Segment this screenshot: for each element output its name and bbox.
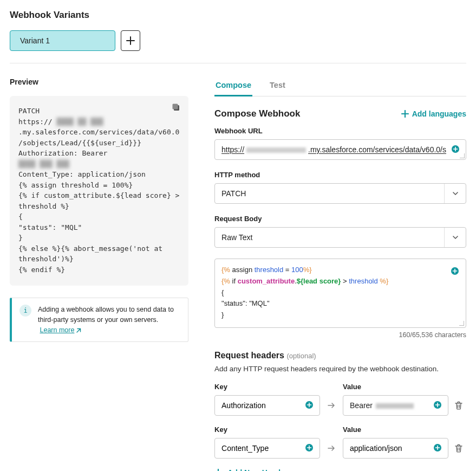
- preview-code: PATCH https:// ████ ██ ███ .my.salesforc…: [18, 106, 180, 275]
- plus-icon: [401, 110, 409, 118]
- info-text: Adding a webhook allows you to send data…: [38, 306, 174, 324]
- variant-tab[interactable]: Variant 1: [10, 30, 115, 51]
- request-body-editor[interactable]: {% assign threshold = 100%} {% if custom…: [214, 259, 466, 328]
- chevron-down-icon: [444, 228, 466, 247]
- preview-box: PATCH https:// ████ ██ ███ .my.salesforc…: [10, 96, 188, 286]
- plus-icon: [214, 469, 222, 471]
- resize-handle-icon[interactable]: [459, 320, 464, 326]
- plus-circle-icon[interactable]: [305, 401, 315, 410]
- headers-optional: (optional): [286, 352, 316, 360]
- variants-row: Variant 1: [10, 30, 466, 51]
- divider: [10, 63, 466, 63]
- webhook-url-input[interactable]: https://.my.salesforce.com/services/data…: [214, 139, 466, 160]
- copy-icon[interactable]: [171, 102, 181, 112]
- plus-circle-icon[interactable]: [451, 267, 460, 276]
- value-label: Value: [343, 425, 448, 434]
- header-value-input[interactable]: Bearer: [343, 395, 448, 416]
- tab-bar: Compose Test: [214, 78, 466, 96]
- url-label: Webhook URL: [214, 127, 466, 135]
- resize-handle-icon[interactable]: [459, 153, 465, 158]
- info-icon: i: [19, 305, 31, 317]
- key-label: Key: [214, 425, 320, 434]
- page-title: Webhook Variants: [10, 10, 466, 21]
- arrow-right-icon: [325, 401, 337, 416]
- trash-icon: [454, 443, 464, 453]
- plus-circle-icon[interactable]: [305, 443, 315, 453]
- tab-test[interactable]: Test: [269, 78, 286, 96]
- svg-rect-1: [173, 104, 178, 109]
- body-type-select[interactable]: Raw Text: [214, 227, 466, 248]
- delete-header-button[interactable]: [454, 401, 464, 416]
- value-label: Value: [343, 383, 448, 391]
- http-method-select[interactable]: PATCH: [214, 183, 466, 204]
- header-key-input[interactable]: [214, 395, 320, 416]
- tab-compose[interactable]: Compose: [214, 78, 252, 96]
- plus-circle-icon[interactable]: [433, 401, 443, 410]
- add-header-button[interactable]: Add New Header: [214, 468, 466, 471]
- info-card: i Adding a webhook allows you to send da…: [10, 298, 188, 342]
- compose-heading: Compose Webhook: [214, 108, 300, 119]
- delete-header-button[interactable]: [454, 443, 464, 459]
- header-value-input[interactable]: [343, 438, 448, 459]
- header-key-input[interactable]: [214, 438, 320, 459]
- trash-icon: [454, 401, 464, 410]
- plus-icon: [126, 36, 135, 45]
- plus-circle-icon[interactable]: [433, 443, 443, 453]
- preview-heading: Preview: [10, 78, 188, 86]
- headers-label: Request headers: [214, 351, 284, 360]
- header-row: Key Value: [214, 425, 466, 459]
- header-row: Key Value Bearer: [214, 383, 466, 416]
- arrow-right-icon: [325, 443, 337, 459]
- add-languages-button[interactable]: Add languages: [401, 109, 466, 118]
- external-link-icon: [75, 327, 82, 334]
- headers-subtext: Add any HTTP request headers required by…: [214, 365, 466, 373]
- body-label: Request Body: [214, 215, 466, 223]
- add-variant-button[interactable]: [121, 30, 140, 51]
- learn-more-link[interactable]: Learn more: [40, 326, 82, 334]
- method-label: HTTP method: [214, 171, 466, 179]
- key-label: Key: [214, 383, 320, 391]
- body-counter: 160/65,536 characters: [214, 331, 466, 339]
- chevron-down-icon: [444, 184, 466, 203]
